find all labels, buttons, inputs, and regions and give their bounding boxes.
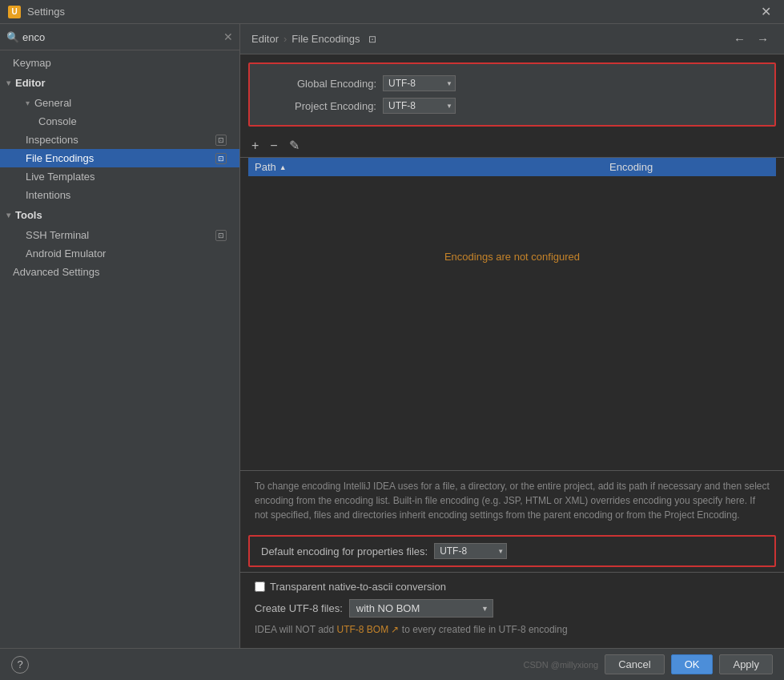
col-path: Path ▲ (255, 161, 609, 173)
bom-note-suffix: to every created file in UTF-8 encoding (402, 624, 568, 635)
sidebar-item-intentions[interactable]: Intentions (0, 186, 239, 204)
sidebar-item-general-label: General (34, 97, 71, 109)
default-encoding-select-wrapper: UTF-8 ISO-8859-1 (434, 543, 507, 559)
info-text: To change encoding IntelliJ IDEA uses fo… (240, 470, 784, 530)
table-header: Path ▲ Encoding (248, 158, 776, 176)
forward-button[interactable]: → (753, 30, 773, 47)
sidebar-item-editor-label: Editor (15, 77, 46, 89)
sidebar-item-console-label: Console (38, 115, 77, 127)
tools-chevron: ▾ (6, 211, 10, 219)
col-path-label: Path (255, 161, 276, 173)
sidebar-item-keymap[interactable]: Keymap (0, 54, 239, 72)
breadcrumb-file-encodings: File Encodings (291, 33, 360, 45)
window-title: Settings (27, 6, 750, 18)
transparent-conversion-row: Transparent native-to-ascii conversion (255, 581, 770, 593)
sidebar-item-intentions-label: Intentions (26, 189, 70, 201)
panel-header-actions: ← → (730, 30, 773, 47)
sidebar-item-console[interactable]: Console (0, 112, 239, 131)
right-panel: Editor › File Encodings ⊡ ← → Global Enc… (240, 24, 784, 648)
create-utf8-select-wrapper: with NO BOM with BOM (349, 599, 493, 618)
remove-encoding-button[interactable]: − (267, 138, 280, 154)
sidebar-item-tools-label: Tools (15, 209, 42, 221)
help-button[interactable]: ? (11, 656, 29, 674)
bom-link[interactable]: UTF-8 BOM ↗ (336, 624, 399, 635)
create-utf8-select[interactable]: with NO BOM with BOM (349, 599, 493, 618)
col-encoding-label: Encoding (609, 161, 653, 173)
col-path-sort-icon: ▲ (279, 163, 287, 171)
default-encoding-label: Default encoding for properties files: (261, 545, 428, 557)
edit-encoding-button[interactable]: ✎ (286, 138, 303, 154)
search-input[interactable] (22, 31, 220, 43)
sidebar: 🔍 ✕ Keymap ▾ Editor ▾ General Console In… (0, 24, 240, 648)
ok-button[interactable]: OK (671, 654, 714, 674)
breadcrumb-separator: › (283, 33, 287, 45)
general-chevron: ▾ (26, 99, 30, 107)
sidebar-item-editor[interactable]: ▾ Editor (0, 72, 239, 94)
inspections-badge: ⊡ (215, 135, 227, 146)
app-icon: U (8, 6, 21, 18)
sidebar-item-general[interactable]: ▾ General (0, 94, 239, 112)
project-encoding-row: Project Encoding: UTF-8 UTF-16 ISO-8859-… (264, 98, 760, 114)
main-layout: 🔍 ✕ Keymap ▾ Editor ▾ General Console In… (0, 24, 784, 648)
apply-button[interactable]: Apply (719, 654, 773, 674)
table-empty-message: Encodings are not configured (248, 176, 776, 336)
bom-note: IDEA will NOT add UTF-8 BOM ↗ to every c… (255, 622, 770, 640)
project-encoding-label: Project Encoding: (264, 100, 376, 112)
sidebar-item-live-templates-label: Live Templates (26, 171, 94, 183)
search-icon: 🔍 (6, 31, 19, 43)
panel-header: Editor › File Encodings ⊡ ← → (240, 24, 784, 54)
sidebar-item-tools[interactable]: ▾ Tools (0, 204, 239, 226)
sidebar-item-android-emulator-label: Android Emulator (26, 247, 106, 260)
header-tab-icon: ⊡ (368, 34, 376, 45)
project-encoding-select-wrapper: UTF-8 UTF-16 ISO-8859-1 (383, 98, 456, 114)
title-bar: U Settings ✕ (0, 0, 784, 24)
file-encodings-badge: ⊡ (215, 153, 227, 164)
sidebar-item-keymap-label: Keymap (13, 57, 51, 69)
back-button[interactable]: ← (730, 30, 750, 47)
sidebar-item-inspections-label: Inspections (26, 134, 78, 146)
global-encoding-select-wrapper: UTF-8 UTF-16 ISO-8859-1 (383, 75, 456, 91)
create-utf8-row: Create UTF-8 files: with NO BOM with BOM (255, 599, 770, 618)
transparent-conversion-label: Transparent native-to-ascii conversion (270, 581, 446, 593)
bom-note-prefix: IDEA will NOT add (255, 624, 336, 635)
close-button[interactable]: ✕ (756, 2, 776, 21)
search-bar: 🔍 ✕ (0, 24, 239, 50)
transparent-conversion-checkbox[interactable] (255, 581, 265, 592)
sidebar-item-android-emulator[interactable]: Android Emulator (0, 244, 239, 263)
bottom-settings: Transparent native-to-ascii conversion C… (240, 572, 784, 648)
watermark: CSDN @millyxiong (524, 660, 599, 670)
nav-items: Keymap ▾ Editor ▾ General Console Inspec… (0, 50, 239, 648)
sidebar-item-ssh-terminal[interactable]: SSH Terminal ⊡ (0, 226, 239, 244)
sidebar-item-advanced-settings[interactable]: Advanced Settings (0, 263, 239, 281)
sidebar-item-inspections[interactable]: Inspections ⊡ (0, 131, 239, 149)
cancel-button[interactable]: Cancel (605, 654, 664, 674)
encodings-table: Path ▲ Encoding Encodings are not config… (248, 158, 776, 470)
bottom-bar: ? CSDN @millyxiong Cancel OK Apply (0, 648, 784, 680)
global-encoding-row: Global Encoding: UTF-8 UTF-16 ISO-8859-1 (264, 75, 760, 91)
breadcrumb-editor: Editor (251, 33, 279, 45)
search-clear-button[interactable]: ✕ (223, 30, 233, 43)
global-encoding-select[interactable]: UTF-8 UTF-16 ISO-8859-1 (383, 75, 456, 91)
project-encoding-select[interactable]: UTF-8 UTF-16 ISO-8859-1 (383, 98, 456, 114)
global-encoding-label: Global Encoding: (264, 78, 376, 90)
add-encoding-button[interactable]: + (248, 138, 262, 154)
sidebar-item-live-templates[interactable]: Live Templates (0, 167, 239, 186)
sidebar-item-advanced-settings-label: Advanced Settings (13, 266, 99, 278)
sidebar-item-file-encodings[interactable]: File Encodings ⊡ (0, 149, 239, 167)
encodings-section: Global Encoding: UTF-8 UTF-16 ISO-8859-1… (248, 62, 776, 127)
default-encoding-select[interactable]: UTF-8 ISO-8859-1 (434, 543, 507, 559)
create-utf8-label: Create UTF-8 files: (255, 602, 343, 614)
ssh-terminal-badge: ⊡ (215, 230, 227, 241)
table-toolbar: + − ✎ (240, 135, 784, 158)
default-encoding-section: Default encoding for properties files: U… (248, 535, 776, 567)
sidebar-item-ssh-terminal-label: SSH Terminal (26, 229, 89, 241)
editor-chevron: ▾ (6, 78, 10, 87)
col-encoding: Encoding (609, 161, 770, 173)
sidebar-item-file-encodings-label: File Encodings (26, 152, 94, 164)
